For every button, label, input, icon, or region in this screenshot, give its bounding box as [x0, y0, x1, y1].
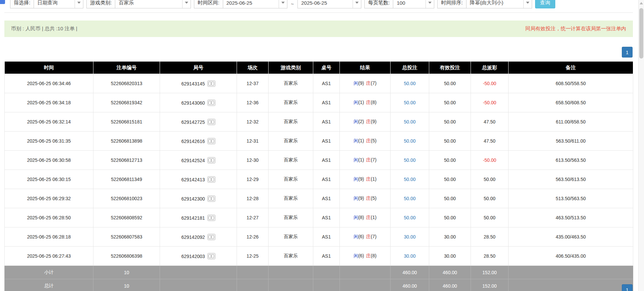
time-range-label: 时间区间:: [194, 0, 223, 8]
view-cards-icon[interactable]: [207, 157, 215, 163]
filter-type-select[interactable]: 日期查询: [34, 0, 83, 8]
result-cell: 闲(1)庄(5): [340, 132, 391, 151]
banker-score: (5): [371, 195, 376, 201]
round-number: 629142524: [181, 157, 205, 163]
round-cell: 629143060: [160, 93, 237, 112]
remark-cell: 435.00/463.50: [509, 227, 633, 247]
view-cards-icon[interactable]: [207, 119, 215, 125]
scroll-up-arrow-icon[interactable]: [640, 2, 643, 4]
column-header: 备注: [509, 62, 633, 74]
page-size-select[interactable]: 100: [393, 0, 434, 8]
table-row: 2025-06-25 06:30:15522606811349629142413…: [5, 170, 633, 189]
game-type-select[interactable]: 百家乐: [115, 0, 191, 8]
session-cell: 12-26: [237, 227, 269, 247]
payout-value: -50.00: [483, 81, 496, 86]
remark-cell: 608.50/558.50: [509, 74, 633, 93]
view-cards-icon[interactable]: [207, 253, 215, 259]
table-row: 2025-06-25 06:34:18522606819342629143060…: [5, 93, 633, 112]
chevron-down-icon: [75, 0, 83, 8]
vertical-scrollbar[interactable]: [638, 0, 644, 291]
table-row: 2025-06-25 06:31:35522606813898629142616…: [5, 132, 633, 151]
view-cards-icon[interactable]: [207, 176, 215, 183]
sort-label: 时间排序:: [437, 0, 466, 8]
session-cell: 12-27: [237, 208, 269, 227]
column-header: 局号: [160, 62, 237, 74]
date-to-select[interactable]: 2025-06-25: [297, 0, 361, 8]
result-cell: 闲(9)庄(7): [340, 74, 391, 93]
payout-value: 47.50: [484, 119, 495, 124]
total-bet-link[interactable]: 50.00: [404, 196, 415, 201]
total-empty-cell: [160, 279, 237, 291]
table-no-cell: AS1: [313, 208, 340, 227]
column-header: 时间: [5, 62, 93, 74]
total-bet-link[interactable]: 50.00: [404, 157, 415, 163]
round-number: 629142003: [181, 253, 205, 259]
game-type-cell: 百家乐: [269, 151, 313, 170]
total-bet-link[interactable]: 30.00: [404, 253, 415, 259]
total-bet-link[interactable]: 30.00: [404, 234, 415, 240]
round-number: 629142181: [181, 215, 205, 220]
result-cell: 闲(2)庄(9): [340, 112, 391, 132]
total-count: 10: [93, 279, 160, 291]
total-empty-cell: [509, 279, 633, 291]
pagination-page-button-bottom[interactable]: 1: [622, 284, 633, 291]
total-bet-link[interactable]: 50.00: [404, 81, 415, 86]
scrollbar-thumb[interactable]: [639, 8, 643, 59]
view-cards-icon[interactable]: [207, 100, 215, 106]
banker-score: (9): [371, 119, 376, 124]
view-cards-icon[interactable]: [207, 80, 215, 87]
valid-bet-cell: 50.00: [429, 189, 471, 208]
subtotal-empty-cell: [237, 266, 269, 279]
session-cell: 12-37: [237, 74, 269, 93]
total-bet-link[interactable]: 50.00: [404, 119, 415, 124]
column-header: 桌号: [313, 62, 340, 74]
payout-cell: 28.50: [471, 227, 509, 247]
valid-bet-notice-text: 同局有效投注，统一计算在该局第一张注单内: [525, 26, 626, 32]
pagination-page-button-top[interactable]: 1: [622, 47, 633, 58]
table-row: 2025-06-25 06:27:43522606806398629142003…: [5, 247, 633, 266]
column-header: 场次: [237, 62, 269, 74]
total-bet-link[interactable]: 50.00: [404, 215, 415, 220]
filter-panel-divider: [4, 12, 633, 13]
time-cell: 2025-06-25 06:31:35: [5, 132, 93, 151]
view-cards-icon[interactable]: [207, 234, 215, 240]
time-cell: 2025-06-25 06:34:18: [5, 93, 93, 112]
payout-cell: 47.50: [471, 132, 509, 151]
time-cell: 2025-06-25 06:30:58: [5, 151, 93, 170]
corner-widget[interactable]: [0, 0, 5, 4]
search-button[interactable]: 查询: [535, 0, 555, 8]
total-bet-link[interactable]: 50.00: [404, 177, 415, 182]
page-size-label: 每页笔数:: [364, 0, 393, 8]
table-no-cell: AS1: [313, 189, 340, 208]
table-row: 2025-06-25 06:29:32522606810023629142300…: [5, 189, 633, 208]
valid-bet-cell: 30.00: [429, 247, 471, 266]
view-cards-icon[interactable]: [207, 195, 215, 202]
total-payout: 152.00: [471, 279, 509, 291]
result-cell: 闲(6)庄(7): [340, 227, 391, 247]
payout-value: 28.50: [484, 234, 495, 240]
result-cell: 闲(1)庄(7): [340, 151, 391, 170]
remark-cell: 658.50/608.50: [509, 93, 633, 112]
total-bet-link[interactable]: 50.00: [404, 138, 415, 144]
bet-id-cell: 522606811349: [93, 170, 160, 189]
total-bet-link[interactable]: 50.00: [404, 100, 415, 105]
banker-score: (1): [371, 215, 376, 220]
bet-records-table: 时间注单编号局号场次游戏类别桌号结果总投注有效投注总派彩备注 2025-06-2…: [4, 62, 633, 291]
total-valid-bet: 460.00: [429, 279, 471, 291]
subtotal-empty-cell: [269, 266, 313, 279]
total-label: 总计: [5, 279, 93, 291]
view-cards-icon[interactable]: [207, 215, 215, 221]
player-score: (6): [358, 253, 364, 258]
payout-cell: 50.00: [471, 189, 509, 208]
total-bet-cell: 50.00: [391, 151, 429, 170]
view-cards-icon[interactable]: [207, 138, 215, 144]
player-score: (6): [358, 234, 364, 239]
table-header-row: 时间注单编号局号场次游戏类别桌号结果总投注有效投注总派彩备注: [5, 62, 633, 74]
player-result: 闲: [354, 215, 358, 220]
game-type-group: 游戏类别: 百家乐: [86, 0, 191, 8]
bet-id-cell: 522606807583: [93, 227, 160, 247]
session-cell: 12-29: [237, 170, 269, 189]
sort-select[interactable]: 降幂(由大到小): [466, 0, 532, 8]
player-result: 闲: [354, 234, 358, 239]
date-from-select[interactable]: 2025-06-25: [223, 0, 287, 8]
